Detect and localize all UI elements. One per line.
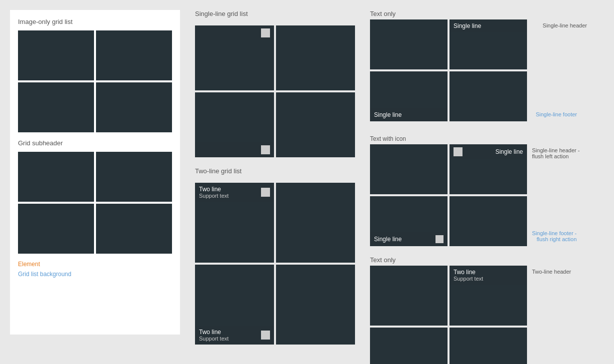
two-tile-support-1: Support text <box>199 193 228 199</box>
grid-cell-2 <box>96 30 172 80</box>
two-text-tile2-text: Two line <box>454 269 483 276</box>
text-only-tile-3: Single line <box>370 71 448 121</box>
two-tile-support-3: Support text <box>199 336 228 342</box>
left-panel: Image-only grid list Grid subheader Elem… <box>10 10 180 335</box>
two-line-header-label: Two-line header <box>532 269 571 275</box>
text-only-title-1: Text only <box>370 10 604 17</box>
two-tile-text-1: Two line <box>199 186 228 193</box>
icon-tile3-text: Single line <box>374 236 402 243</box>
single-line-header-flush-label: Single-line header - flush left action <box>532 147 580 159</box>
single-line-title: Single-line grid list <box>195 10 355 17</box>
two-tile-footer-3: Two line Support text <box>195 326 274 345</box>
tile-icon-1 <box>261 28 270 37</box>
two-line-section: Two-line grid list Two line Support text <box>195 167 355 345</box>
single-tile-2 <box>276 25 355 90</box>
two-tile-text-3: Two line <box>199 329 228 336</box>
text-only-single-section: Text only Single line Single-line header <box>370 10 604 123</box>
single-line-grid <box>195 25 355 157</box>
image-only-grid <box>18 30 172 132</box>
text-with-icon-single-section: Text with icon Single line Single-line h… <box>370 133 604 246</box>
icon-tile-3: Single line <box>370 196 448 246</box>
two-text-tile2-support: Support text <box>454 276 483 282</box>
text-only-tile2-text: Single line <box>454 22 481 29</box>
right-panel: Text only Single line Single-line header <box>370 10 604 364</box>
single-tile-1 <box>195 25 274 90</box>
flush-left-icon-1 <box>454 147 462 156</box>
two-tile-4 <box>276 265 355 345</box>
two-text-tile2-header: Two line Support text <box>450 266 527 285</box>
tile-footer-3 <box>195 142 274 157</box>
text-only-tile-2: Single line <box>450 19 527 69</box>
two-tile-text-group-3: Two line Support text <box>199 329 228 342</box>
tile-icon-3 <box>261 145 270 154</box>
two-line-title: Two-line grid list <box>195 167 355 175</box>
two-tile-1: Two line Support text <box>195 183 274 263</box>
grid-subheader: Grid subheader <box>18 139 172 147</box>
two-line-grid: Two line Support text Two line Support t… <box>195 183 355 345</box>
image-only-title: Image-only grid list <box>18 18 172 25</box>
two-text-tile-1 <box>370 266 448 326</box>
two-text-tile-4 <box>450 328 527 364</box>
two-tile-3: Two line Support text <box>195 265 274 345</box>
two-text-tile-2: Two line Support text <box>450 266 527 326</box>
page-container: Image-only grid list Grid subheader Elem… <box>10 10 604 364</box>
two-text-tile2-textgroup: Two line Support text <box>454 269 483 282</box>
text-only-tile-4 <box>450 71 527 121</box>
grid-cell-8 <box>96 204 172 254</box>
two-tile-icon-1 <box>261 188 270 197</box>
text-only-pair-1: Single line <box>370 19 527 69</box>
tile-header-1 <box>195 25 274 40</box>
image-grid-2 <box>18 152 172 254</box>
icon-tile-1 <box>370 144 448 194</box>
element-link[interactable]: Element <box>18 261 172 268</box>
two-tile-icon-3 <box>261 331 270 340</box>
grid-cell-5 <box>18 152 94 202</box>
text-only-tile3-footer: Single line <box>370 108 448 121</box>
grid-cell-1 <box>18 30 94 80</box>
grid-cell-4 <box>96 82 172 132</box>
text-only-tile2-header: Single line <box>450 19 527 32</box>
icon-tile2-header: Single line <box>450 144 527 159</box>
single-line-section: Single-line grid list <box>195 10 355 157</box>
single-tile-4 <box>276 92 355 157</box>
grid-list-bg-link[interactable]: Grid list background <box>18 271 172 278</box>
grid-cell-6 <box>96 152 172 202</box>
two-tile-2 <box>276 183 355 263</box>
grid-cell-7 <box>18 204 94 254</box>
icon-tile3-footer: Single line <box>370 232 448 246</box>
icon-tile-4 <box>450 196 527 246</box>
single-tile-3 <box>195 92 274 157</box>
text-only-tile3-text: Single line <box>374 111 402 118</box>
tile-icon-small-3 <box>436 235 444 243</box>
two-tile-header-1: Two line Support text <box>195 183 274 202</box>
text-with-icon-title-1: Text with icon <box>370 135 604 142</box>
single-line-header-label: Single-line header <box>532 22 587 28</box>
two-text-tile-3: Two line Support text <box>370 328 448 364</box>
text-only-two-line-section: Text only Two line Support text Tw <box>370 256 604 364</box>
single-line-footer-label: Single-line footer <box>532 111 577 117</box>
middle-panel: Single-line grid list <box>195 10 355 345</box>
grid-cell-3 <box>18 82 94 132</box>
text-only-tile-1 <box>370 19 448 69</box>
single-line-footer-flush-label: Single-line footer - flush right action <box>532 230 576 242</box>
text-only-title-2: Text only <box>370 256 604 264</box>
two-tile-text-group-1: Two line Support text <box>199 186 228 199</box>
icon-tile2-text: Single line <box>496 148 523 155</box>
icon-tile-2: Single line <box>450 144 527 194</box>
